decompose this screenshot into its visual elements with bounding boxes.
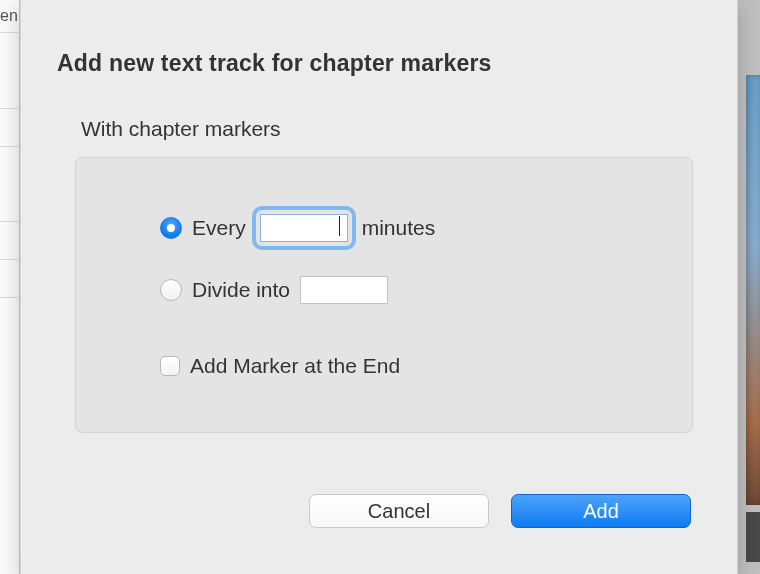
minutes-input-focus-ring bbox=[256, 210, 352, 246]
cancel-button[interactable]: Cancel bbox=[309, 494, 489, 528]
dialog-buttons: Cancel Add bbox=[309, 494, 691, 528]
minutes-input[interactable] bbox=[260, 214, 348, 242]
option-end-marker-row: Add Marker at the End bbox=[160, 354, 400, 378]
option-divide-row: Divide into bbox=[160, 276, 388, 304]
text-caret bbox=[339, 216, 340, 236]
section-label: With chapter markers bbox=[81, 117, 281, 141]
dialog-title: Add new text track for chapter markers bbox=[57, 50, 492, 77]
checkbox-end-marker[interactable] bbox=[160, 356, 180, 376]
chapter-markers-dialog: Add new text track for chapter markers W… bbox=[20, 0, 738, 574]
radio-divide[interactable] bbox=[160, 279, 182, 301]
radio-every[interactable] bbox=[160, 217, 182, 239]
option-every-label-after: minutes bbox=[362, 216, 436, 240]
option-every-label-before: Every bbox=[192, 216, 246, 240]
options-group: Every minutes Divide into Add Marker at … bbox=[75, 157, 693, 433]
background-peek bbox=[738, 0, 760, 574]
add-button[interactable]: Add bbox=[511, 494, 691, 528]
parent-window-peek: en bbox=[0, 0, 20, 574]
option-divide-label: Divide into bbox=[192, 278, 290, 302]
divide-input[interactable] bbox=[300, 276, 388, 304]
option-every-row: Every minutes bbox=[160, 210, 435, 246]
truncated-text: en bbox=[0, 7, 18, 25]
option-end-marker-label: Add Marker at the End bbox=[190, 354, 400, 378]
